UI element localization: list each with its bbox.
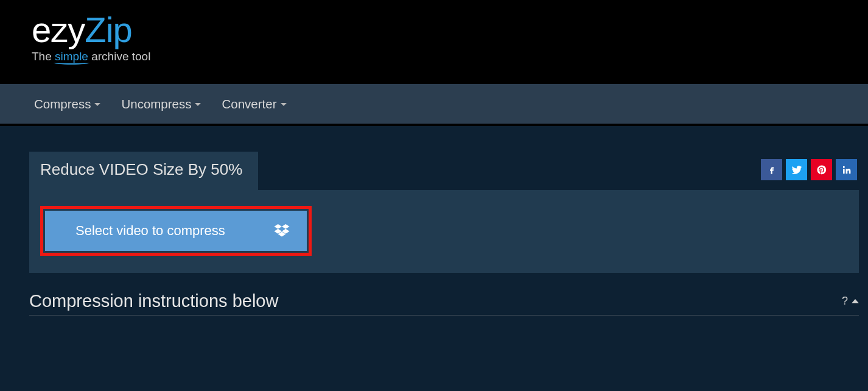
nav-converter[interactable]: Converter [222, 97, 286, 111]
chevron-down-icon [195, 103, 201, 106]
help-symbol: ? [842, 295, 848, 308]
top-row: Reduce VIDEO Size By 50% [29, 152, 858, 190]
logo-part-ezy: ezy [32, 10, 85, 49]
nav-converter-label: Converter [222, 97, 276, 111]
logo-text: ezyZip [32, 12, 868, 48]
nav-compress-label: Compress [34, 97, 91, 111]
pinterest-button[interactable] [811, 159, 832, 180]
facebook-button[interactable] [761, 159, 782, 180]
twitter-button[interactable] [786, 159, 807, 180]
tagline-highlight: simple [55, 50, 88, 63]
nav-uncompress-label: Uncompress [121, 97, 191, 111]
page-title: Reduce VIDEO Size By 50% [29, 152, 258, 190]
facebook-icon [766, 164, 777, 175]
navbar: Compress Uncompress Converter [0, 84, 868, 126]
tagline-prefix: The [32, 50, 55, 63]
twitter-icon [791, 164, 803, 176]
chevron-down-icon [281, 103, 287, 106]
select-video-button[interactable]: Select video to compress [45, 211, 307, 251]
instructions-title: Compression instructions below [29, 291, 278, 311]
instructions-header: Compression instructions below ? [29, 291, 859, 315]
tagline-suffix: archive tool [88, 50, 150, 63]
tagline: The simple archive tool [32, 50, 868, 63]
logo-part-zip: Zip [85, 10, 132, 49]
highlight-box: Select video to compress [40, 206, 312, 256]
chevron-up-icon [852, 299, 859, 303]
select-button-label: Select video to compress [75, 223, 225, 239]
main-content: Reduce VIDEO Size By 50% Select video to… [0, 126, 868, 315]
logo[interactable]: ezyZip The simple archive tool [32, 12, 868, 63]
help-toggle[interactable]: ? [842, 295, 859, 308]
pinterest-icon [816, 164, 827, 175]
chevron-down-icon [94, 103, 100, 106]
nav-uncompress[interactable]: Uncompress [121, 97, 201, 111]
linkedin-button[interactable] [836, 159, 857, 180]
action-panel: Select video to compress [29, 190, 859, 273]
header: ezyZip The simple archive tool [0, 0, 868, 84]
nav-compress[interactable]: Compress [34, 97, 100, 111]
social-share [761, 159, 857, 180]
dropbox-icon[interactable] [274, 224, 290, 238]
linkedin-icon [841, 164, 852, 175]
